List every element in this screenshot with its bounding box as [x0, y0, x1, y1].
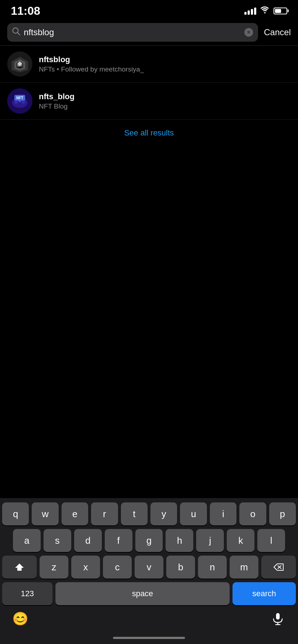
key-a[interactable]: a [13, 529, 41, 552]
key-i[interactable]: i [210, 502, 236, 525]
key-z[interactable]: z [40, 556, 68, 579]
search-results: nftsblog NFTs • Followed by meetchorsiya… [0, 46, 298, 146]
key-j[interactable]: j [196, 529, 224, 552]
status-bar: 11:08 [0, 0, 298, 19]
key-b[interactable]: b [166, 556, 195, 579]
status-icons [244, 6, 287, 16]
home-indicator [2, 632, 296, 644]
result-info: nfts_blog NFT Blog [39, 92, 291, 110]
key-h[interactable]: h [166, 529, 193, 552]
key-o[interactable]: o [239, 502, 266, 525]
keyboard: q w e r t y u i o p a s d f g h j k l z … [0, 498, 298, 644]
key-r[interactable]: r [91, 502, 118, 525]
key-m[interactable]: m [230, 556, 258, 579]
key-k[interactable]: k [227, 529, 254, 552]
svg-line-1 [18, 33, 20, 35]
key-d[interactable]: d [74, 529, 102, 552]
svg-point-8 [22, 100, 25, 104]
key-y[interactable]: y [150, 502, 177, 525]
search-bar-container: × Cancel [0, 19, 298, 45]
keyboard-row-2: a s d f g h j k l [2, 529, 296, 552]
list-item[interactable]: NFT nfts_blog NFT Blog [0, 83, 298, 120]
result-subtitle: NFTs • Followed by meetchorsiya_ [39, 65, 291, 73]
key-w[interactable]: w [32, 502, 58, 525]
key-x[interactable]: x [71, 556, 100, 579]
status-time: 11:08 [11, 4, 40, 18]
key-c[interactable]: c [103, 556, 132, 579]
keyboard-row-3: z x c v b n m [2, 556, 296, 579]
search-icon [12, 27, 20, 37]
clear-button[interactable]: × [244, 28, 253, 37]
key-v[interactable]: v [135, 556, 163, 579]
keyboard-row-bottom: 123 space search [2, 582, 296, 605]
avatar [7, 51, 32, 77]
result-username: nfts_blog [39, 92, 291, 101]
avatar: NFT [7, 88, 32, 114]
keyboard-accessory-row: 😊 [2, 609, 296, 629]
svg-point-7 [14, 100, 18, 104]
svg-rect-14 [276, 613, 280, 620]
battery-icon [274, 8, 287, 14]
signal-icon [244, 7, 256, 15]
key-f[interactable]: f [105, 529, 132, 552]
list-item[interactable]: nftsblog NFTs • Followed by meetchorsiya… [0, 46, 298, 83]
key-s[interactable]: s [44, 529, 71, 552]
cancel-button[interactable]: Cancel [264, 27, 291, 37]
content-area [0, 146, 298, 333]
emoji-key[interactable]: 😊 [6, 609, 35, 629]
key-e[interactable]: e [62, 502, 88, 525]
wifi-icon [260, 6, 270, 16]
shift-key[interactable] [2, 556, 37, 579]
delete-key[interactable] [261, 556, 296, 579]
result-username: nftsblog [39, 55, 291, 64]
numbers-key[interactable]: 123 [2, 582, 53, 605]
search-key[interactable]: search [232, 582, 296, 605]
see-all-results-button[interactable]: See all results [0, 120, 298, 146]
key-n[interactable]: n [198, 556, 227, 579]
key-t[interactable]: t [121, 502, 148, 525]
result-info: nftsblog NFTs • Followed by meetchorsiya… [39, 55, 291, 73]
key-g[interactable]: g [135, 529, 163, 552]
svg-text:NFT: NFT [16, 96, 23, 100]
search-input-wrapper[interactable]: × [7, 23, 258, 42]
key-p[interactable]: p [269, 502, 296, 525]
keyboard-row-1: q w e r t y u i o p [2, 502, 296, 525]
result-subtitle: NFT Blog [39, 102, 291, 110]
key-u[interactable]: u [180, 502, 207, 525]
mic-key[interactable] [263, 609, 292, 629]
home-bar [113, 637, 185, 639]
key-q[interactable]: q [2, 502, 29, 525]
space-key[interactable]: space [55, 582, 230, 605]
search-input[interactable] [24, 27, 241, 37]
key-l[interactable]: l [257, 529, 285, 552]
